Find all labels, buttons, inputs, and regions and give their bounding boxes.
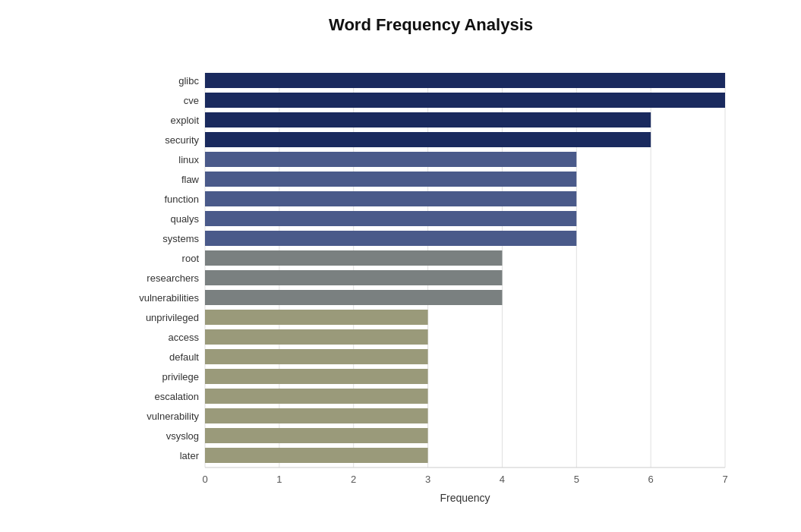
bar [205, 172, 576, 187]
x-tick-label: 3 [425, 474, 430, 485]
bar-label: vsyslog [166, 430, 199, 442]
chart-svg: 01234567Frequencyglibccveexploitsecurity… [106, 50, 755, 521]
bar-label: linux [178, 154, 199, 165]
bar [205, 191, 576, 206]
bar [205, 310, 428, 325]
bar-label: glibc [178, 75, 199, 87]
chart-container: Word Frequency Analysis 01234567Frequenc… [0, 0, 801, 532]
bar-label: escalation [154, 391, 199, 402]
bar-label: vulnerabilities [139, 292, 199, 304]
bar-label: root [182, 253, 200, 264]
bar [205, 428, 428, 443]
x-axis-label: Frequency [440, 492, 490, 504]
bar [205, 270, 502, 285]
bar-label: vulnerability [147, 411, 199, 422]
chart-title: Word Frequency Analysis [106, 15, 755, 35]
x-tick-label: 7 [722, 474, 727, 485]
bar [205, 112, 651, 127]
bar-label: flaw [181, 174, 200, 185]
bar [205, 349, 428, 364]
bar [205, 408, 428, 423]
x-tick-label: 6 [648, 474, 654, 485]
bar-label: later [180, 450, 200, 461]
bar-label: qualys [170, 213, 199, 225]
bar [205, 73, 725, 88]
x-tick-label: 1 [276, 474, 282, 485]
bar [205, 290, 502, 305]
bar-label: exploit [170, 115, 199, 126]
bar-label: researchers [147, 272, 199, 284]
bar-label: privilege [162, 371, 199, 382]
bar [205, 93, 725, 108]
bar [205, 250, 502, 266]
bar-label: default [169, 351, 199, 363]
x-tick-label: 5 [574, 474, 579, 485]
bar-label: systems [162, 233, 199, 244]
bar [205, 231, 576, 246]
bar [205, 369, 428, 384]
x-tick-label: 2 [351, 474, 356, 485]
bar [205, 211, 576, 226]
bar [205, 389, 428, 404]
bar-label: function [164, 194, 199, 205]
bar [205, 132, 651, 147]
bar-label: security [165, 134, 199, 146]
bar [205, 329, 428, 345]
bar [205, 448, 428, 463]
bar [205, 152, 576, 167]
x-tick-label: 4 [500, 474, 505, 485]
bar-label: unprivileged [146, 312, 199, 323]
bar-label: cve [184, 95, 199, 106]
x-tick-label: 0 [202, 474, 207, 485]
bar-label: access [169, 332, 200, 343]
